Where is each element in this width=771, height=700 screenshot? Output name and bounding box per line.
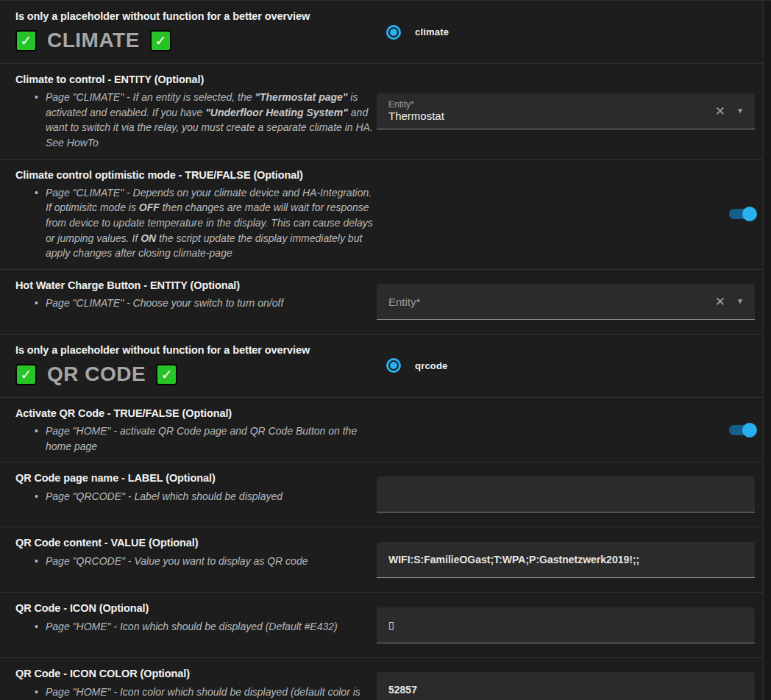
row-optimistic-mode: Climate control optimistic mode - TRUE/F… [0, 159, 763, 269]
activate-qr-toggle[interactable] [729, 425, 755, 435]
qr-icon-input[interactable] [377, 607, 755, 643]
row-description: Page "QRCODE" - Label which should be di… [46, 489, 377, 504]
row-title: Climate to control - ENTITY (Optional) [15, 72, 377, 87]
row-climate-header: Is only a placeholder without function f… [0, 1, 763, 63]
radio-label: climate [415, 26, 449, 38]
green-check-icon: ✓ [15, 30, 37, 51]
optimistic-mode-toggle[interactable] [729, 209, 755, 219]
section-heading: CLIMATE [47, 29, 140, 52]
chevron-down-icon[interactable]: ▼ [736, 298, 744, 305]
right-gutter [763, 0, 771, 700]
clear-icon[interactable]: ✕ [715, 295, 725, 307]
row-title: Is only a placeholder without function f… [15, 9, 377, 24]
row-qr-content: QR Code content - VALUE (Optional) Page … [0, 526, 763, 592]
climate-radio[interactable] [386, 25, 401, 40]
green-check-icon: ✓ [150, 30, 171, 51]
chevron-down-icon[interactable]: ▼ [736, 107, 744, 115]
row-qr-header: Is only a placeholder without function f… [0, 334, 763, 397]
row-description: Page "HOME" - Icon color which should be… [46, 685, 377, 700]
qr-icon-color-input[interactable] [377, 672, 755, 700]
row-description: Page "CLIMATE" - Choose your switch to t… [46, 296, 377, 311]
row-qr-page-name: QR Code page name - LABEL (Optional) Pag… [0, 462, 763, 526]
row-climate-entity: Climate to control - ENTITY (Optional) P… [0, 63, 763, 159]
row-title: QR Code - ICON COLOR (Optional) [15, 666, 377, 681]
entity-select[interactable]: Entity* Thermostat ✕ ▼ [377, 93, 755, 129]
qr-heading: ✓ QR CODE ✓ [15, 362, 377, 386]
row-title: QR Code page name - LABEL (Optional) [15, 471, 377, 485]
row-title: Climate control optimistic mode - TRUE/F… [15, 168, 377, 182]
row-activate-qr: Activate QR Code - TRUE/FALSE (Optional)… [0, 397, 763, 462]
toggle-thumb [742, 423, 757, 438]
green-check-icon: ✓ [15, 364, 37, 385]
row-qr-icon-color: QR Code - ICON COLOR (Optional) Page "HO… [0, 657, 763, 700]
row-title: QR Code content - VALUE (Optional) [15, 535, 377, 550]
qrcode-radio[interactable] [386, 358, 401, 373]
entity-select-label: Entity* [388, 99, 414, 110]
qr-page-name-input[interactable] [377, 476, 755, 512]
row-description: Page "CLIMATE" - If an entity is selecte… [46, 90, 377, 150]
row-description: Page "QRCODE" - Value you want to displa… [46, 554, 377, 569]
entity-select[interactable]: Entity* ✕ ▼ [377, 284, 755, 320]
row-description: Page "HOME" - Icon which should be displ… [46, 619, 377, 635]
climate-heading: ✓ CLIMATE ✓ [15, 29, 377, 52]
clear-icon[interactable]: ✕ [715, 104, 725, 117]
entity-select-label: Entity* [388, 295, 420, 307]
row-title: Is only a placeholder without function f… [15, 343, 377, 357]
row-description: Page "HOME" - activate QR Code page and … [46, 424, 377, 454]
row-qr-icon: QR Code - ICON (Optional) Page "HOME" - … [0, 592, 763, 657]
radio-label: qrcode [415, 360, 448, 371]
row-title: QR Code - ICON (Optional) [15, 601, 377, 615]
entity-select-value: Thermostat [388, 110, 444, 122]
toggle-thumb [742, 207, 757, 221]
row-description: Page "CLIMATE" - Depends on your climate… [46, 185, 377, 261]
qr-content-input[interactable] [377, 542, 755, 578]
row-title: Hot Water Charge Button - ENTITY (Option… [15, 278, 377, 293]
blueprint-config-panel: Is only a placeholder without function f… [0, 0, 763, 700]
section-heading: QR CODE [47, 362, 146, 386]
row-hot-water: Hot Water Charge Button - ENTITY (Option… [0, 269, 763, 334]
row-title: Activate QR Code - TRUE/FALSE (Optional) [15, 406, 377, 421]
green-check-icon: ✓ [156, 364, 177, 385]
